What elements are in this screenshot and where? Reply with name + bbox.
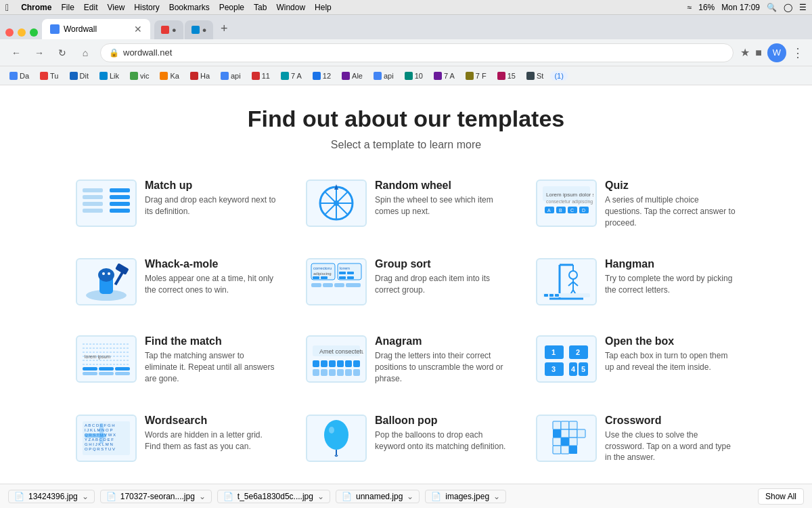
bookmark-ha[interactable]: Ha [186,70,214,81]
app-name[interactable]: Chrome [21,3,51,12]
template-info-balloon: Balloon pop Pop the balloons to drop eac… [375,415,506,452]
home-button[interactable]: ⌂ [77,45,93,61]
template-hangman[interactable]: Hangman Try to complete the word by pick… [528,250,744,314]
bookmark-dit[interactable]: Dit [66,70,93,81]
download-item-3[interactable]: 📄 unnamed.jpg ⌄ [336,490,420,503]
bookmark-api2[interactable]: api [369,70,398,81]
thumb-matchup [76,179,137,227]
main-content: Find out about our templates Select a te… [0,85,812,484]
menu-edit[interactable]: Edit [84,3,98,12]
bookmark-7f[interactable]: 7 F [461,70,491,81]
refresh-button[interactable]: ↻ [54,45,70,61]
svg-text:I J K L M N O P: I J K L M N O P [85,428,112,432]
url-bar[interactable]: 🔒 wordwall.net [100,43,734,62]
bookmark-star-icon[interactable]: ★ [740,46,750,59]
bookmark-ka[interactable]: Ka [156,70,183,81]
svg-rect-45 [323,283,333,287]
profile-avatar[interactable]: W [767,43,786,62]
bookmark-da[interactable]: Da [5,70,33,81]
back-button[interactable]: ← [8,45,24,61]
menu-help[interactable]: Help [315,3,332,12]
menu-tab[interactable]: Tab [254,3,267,12]
svg-point-13 [334,200,339,206]
download-chevron-2[interactable]: ⌄ [317,492,324,501]
minimize-button[interactable] [18,28,26,37]
forward-button[interactable]: → [31,45,47,61]
download-chevron-4[interactable]: ⌄ [493,492,500,501]
bookmark-vic[interactable]: vic [126,70,153,81]
svg-rect-122 [561,446,569,454]
svg-rect-32 [114,270,125,286]
template-groupsort[interactable]: correctoru adipiscing lorem [298,250,514,314]
template-matchup[interactable]: Match up Drag and drop each keyword next… [68,171,284,236]
svg-rect-120 [569,438,577,446]
tab-close-icon[interactable]: ✕ [134,24,142,35]
bookmark-lik[interactable]: Lik [95,70,123,81]
template-info-groupsort: Group sort Drag and drop each item into … [375,258,506,296]
bookmark-badge[interactable]: (1) [550,71,567,81]
svg-rect-47 [346,283,361,287]
svg-text:2: 2 [576,348,580,356]
menu-file[interactable]: File [61,3,74,12]
menu-view[interactable]: View [108,3,125,12]
template-wheel[interactable]: Random wheel Spin the wheel to see which… [298,171,514,236]
template-name-wheel: Random wheel [375,179,506,192]
thumb-anagram: Amet consectetur elit [306,335,367,383]
bookmark-tu[interactable]: Tu [36,70,62,81]
template-crossword[interactable]: Crossword Use the clues to solve the cro… [528,406,744,471]
template-desc-wheel: Spin the wheel to see which item comes u… [375,194,506,217]
download-item-2[interactable]: 📄 t_5e6a1830d5c....jpg ⌄ [217,490,330,503]
download-chevron-0[interactable]: ⌄ [82,492,89,501]
template-whack[interactable]: Whack-a-mole Moles appear one at a time,… [68,250,284,314]
download-item-4[interactable]: 📄 images.jpeg ⌄ [425,490,506,503]
template-name-whack: Whack-a-mole [145,258,276,270]
template-name-balloon: Balloon pop [375,415,506,427]
menu-people[interactable]: People [219,3,244,12]
bookmark-11[interactable]: 11 [248,70,274,81]
bm-favicon-ale [342,72,350,80]
template-quiz[interactable]: Lorem ipsum dolor sit amet, consectetur … [528,171,744,236]
template-desc-hangman: Try to complete the word by picking the … [605,273,736,296]
template-anagram[interactable]: Amet consectetur elit Anagram [298,327,514,392]
menu-history[interactable]: History [134,3,159,12]
bookmark-12[interactable]: 12 [309,70,335,81]
maximize-button[interactable] [30,28,38,37]
bookmark-15[interactable]: 15 [493,70,520,81]
svg-rect-70 [99,367,114,371]
download-chevron-1[interactable]: ⌄ [199,492,206,501]
search-icon[interactable]: 🔍 [767,3,777,12]
svg-rect-1 [83,195,103,199]
show-all-button[interactable]: Show All [758,488,804,505]
active-tab[interactable]: Wordwall ✕ [42,19,150,39]
bookmark-api1[interactable]: api [217,70,245,81]
chrome-menu-icon[interactable]: ⋮ [792,45,804,60]
download-item-0[interactable]: 📄 13424396.jpg ⌄ [8,490,95,503]
template-desc-whack: Moles appear one at a time, hit only the… [145,273,276,296]
svg-text:B: B [559,208,562,213]
template-wordsearch[interactable]: A B C D E F G H I J K L M N O P Q R S T … [68,406,284,471]
thumb-wordsearch-svg: A B C D E F G H I J K L M N O P Q R S T … [79,418,133,459]
extensions-icon[interactable]: ■ [755,47,762,59]
template-openbox[interactable]: 1 2 3 4 5 Open the box Tap each box in t… [528,327,744,392]
inactive-tab-1[interactable]: ● [154,20,183,39]
bookmark-7a1[interactable]: 7 A [277,70,306,81]
download-chevron-3[interactable]: ⌄ [407,492,413,501]
inactive-tab-2[interactable]: ● [185,20,214,39]
svg-rect-77 [313,360,319,367]
thumb-matchup-svg [79,183,133,224]
bookmark-st[interactable]: St [522,70,547,81]
template-balloon[interactable]: Balloon pop Pop the balloons to drop eac… [298,406,514,471]
apple-icon:  [5,2,9,13]
template-findmatch[interactable]: lorem ipsum Find the match Tap the match… [68,327,284,392]
menu-bookmarks[interactable]: Bookmarks [169,3,210,12]
bookmark-7a2[interactable]: 7 A [430,70,459,81]
control-center-icon[interactable]: ☰ [799,3,807,12]
download-item-1[interactable]: 📄 170327-seoran....jpg ⌄ [100,490,212,503]
bookmark-10[interactable]: 10 [401,70,427,81]
thumb-groupsort: correctoru adipiscing lorem [306,258,367,305]
new-tab-button[interactable]: + [215,19,233,38]
close-button[interactable] [5,28,14,37]
bookmark-ale[interactable]: Ale [338,70,367,81]
svg-point-52 [569,271,577,279]
menu-window[interactable]: Window [276,3,305,12]
